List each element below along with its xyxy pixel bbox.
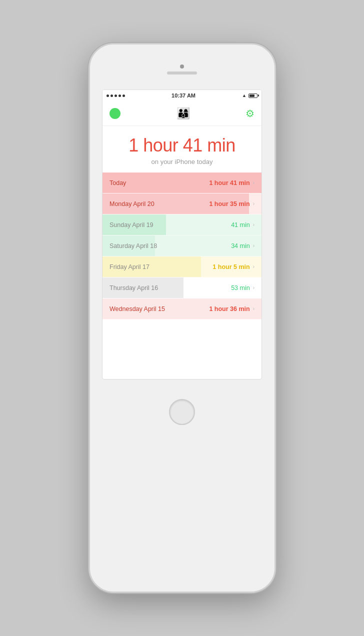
usage-main-time: 1 hour 41 min: [110, 135, 254, 156]
list-item[interactable]: Friday April 171 hour 5 min›: [102, 256, 262, 278]
chevron-icon: ›: [253, 243, 254, 248]
usage-subtitle: on your iPhone today: [110, 158, 254, 166]
chevron-icon: ›: [253, 264, 254, 270]
screen: 10:37 AM ▲ 👨‍👩‍👦 ⚙ 1 hour 41 min on your…: [102, 90, 262, 380]
location-icon: ▲: [242, 93, 246, 98]
chevron-icon: ›: [253, 180, 254, 186]
home-button[interactable]: [169, 399, 195, 425]
list-item-value: 1 hour 35 min: [209, 200, 250, 208]
list-item-label: Sunday April 19: [110, 222, 231, 228]
list-item-value: 34 min: [231, 242, 250, 250]
list-item-label: Saturday April 18: [110, 242, 231, 250]
list-item-value: 1 hour 36 min: [209, 306, 250, 312]
list-item-value: 1 hour 41 min: [209, 180, 250, 186]
list-item[interactable]: Saturday April 1834 min›: [102, 236, 262, 256]
list-item[interactable]: Wednesday April 151 hour 36 min›: [102, 298, 262, 320]
status-bar: 10:37 AM ▲: [102, 90, 262, 101]
phone-bottom: [90, 380, 274, 444]
list-item[interactable]: Monday April 201 hour 35 min›: [102, 194, 262, 214]
list-item-value: 53 min: [231, 284, 250, 292]
battery-fill: [250, 94, 254, 97]
phone-shell: 10:37 AM ▲ 👨‍👩‍👦 ⚙ 1 hour 41 min on your…: [88, 43, 276, 593]
app-header: 👨‍👩‍👦 ⚙: [102, 101, 262, 126]
list-item-label: Wednesday April 15: [110, 306, 209, 312]
camera-dot: [180, 64, 184, 68]
list-item-value: 41 min: [231, 222, 250, 228]
list-item-label: Monday April 20: [110, 200, 209, 208]
list-item-label: Thursday April 16: [110, 284, 231, 292]
chevron-icon: ›: [253, 306, 254, 312]
list-item[interactable]: Today1 hour 41 min›: [102, 172, 262, 194]
usage-list: Today1 hour 41 min›Monday April 201 hour…: [102, 172, 262, 379]
family-icon: 👨‍👩‍👦: [176, 107, 190, 120]
list-item-label: Friday April 17: [110, 264, 212, 270]
status-time: 10:37 AM: [172, 92, 196, 98]
phone-speaker: [167, 72, 197, 74]
green-status-dot[interactable]: [110, 108, 120, 119]
list-item-value: 1 hour 5 min: [212, 264, 250, 270]
battery-icon: [248, 94, 258, 98]
status-right: ▲: [242, 93, 258, 98]
gear-icon[interactable]: ⚙: [246, 108, 254, 120]
signal-dots: [106, 94, 125, 97]
list-item[interactable]: Thursday April 1653 min›: [102, 278, 262, 298]
phone-top: [90, 44, 274, 90]
list-item[interactable]: Sunday April 1941 min›: [102, 214, 262, 236]
chevron-icon: ›: [253, 222, 254, 228]
list-item-label: Today: [110, 180, 209, 186]
chevron-icon: ›: [253, 201, 254, 206]
chevron-icon: ›: [253, 285, 254, 290]
usage-section: 1 hour 41 min on your iPhone today: [102, 126, 262, 172]
